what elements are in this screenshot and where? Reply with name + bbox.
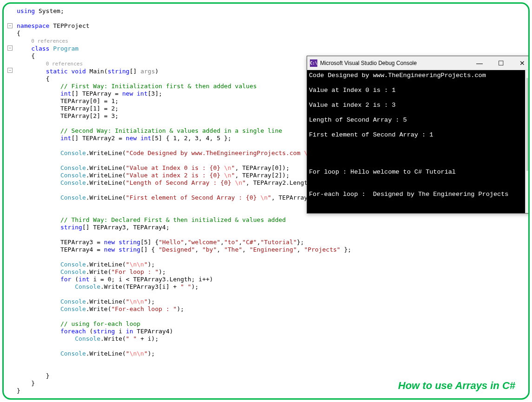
code-line[interactable]: 0 references: [17, 60, 351, 68]
code-line[interactable]: Console.Write("For-each loop : ");: [17, 305, 351, 313]
code-line[interactable]: [17, 357, 351, 365]
code-line[interactable]: TEPArray[0] = 1;: [17, 97, 351, 105]
fold-toggle[interactable]: −: [7, 68, 13, 73]
code-line[interactable]: }: [17, 380, 351, 387]
code-line[interactable]: {: [17, 75, 351, 83]
code-line[interactable]: string[] TEPArray3, TEPArray4;: [17, 224, 351, 231]
code-line[interactable]: TEPArray[1] = 2;: [17, 105, 351, 112]
code-line[interactable]: Console.Write(" " + i);: [17, 335, 351, 343]
footer-caption: How to use Arrays in C#: [398, 380, 515, 392]
code-line[interactable]: [17, 291, 351, 298]
debug-console-window: C:\ Microsoft Visual Studio Debug Consol…: [307, 56, 530, 214]
code-line[interactable]: [17, 201, 351, 209]
close-button[interactable]: ✕: [512, 56, 530, 70]
code-line[interactable]: Console.WriteLine("\n\n");: [17, 261, 351, 268]
code-line[interactable]: Console.Write("For loop : ");: [17, 268, 351, 276]
code-line[interactable]: TEPArray3 = new string[5] {"Hello","welc…: [17, 239, 351, 246]
code-line[interactable]: [17, 365, 351, 372]
code-line[interactable]: // Third Way: Declared First & then init…: [17, 216, 351, 224]
code-line[interactable]: Console.WriteLine("Length of Second Arra…: [17, 179, 351, 187]
console-title: Microsoft Visual Studio Debug Console: [320, 60, 469, 66]
code-content[interactable]: using System; namespace TEPProject{ 0 re…: [17, 7, 351, 395]
code-line[interactable]: for (int i = 0; i < TEPArray3.Length; i+…: [17, 276, 351, 283]
console-output[interactable]: Code Designed by www.TheEngineeringProje…: [307, 70, 525, 213]
code-line[interactable]: Console.WriteLine("\n\n");: [17, 350, 351, 357]
code-line[interactable]: [17, 142, 351, 149]
code-line[interactable]: TEPArray4 = new string[] { "Designed", "…: [17, 246, 351, 253]
console-scrollbar[interactable]: [525, 70, 530, 213]
code-line[interactable]: [17, 253, 351, 261]
code-line[interactable]: // Second Way: Initialization & values a…: [17, 127, 351, 135]
code-line[interactable]: }: [17, 387, 351, 395]
code-line[interactable]: [17, 120, 351, 127]
code-line[interactable]: 0 references: [17, 37, 351, 45]
code-line[interactable]: Console.WriteLine("Value at Index 0 is :…: [17, 164, 351, 172]
main-frame: −−− using System; namespace TEPProject{ …: [2, 2, 530, 400]
code-line[interactable]: [17, 15, 351, 22]
code-line[interactable]: // First Way: Initialization first & the…: [17, 83, 351, 90]
code-line[interactable]: Console.WriteLine("\n\n");: [17, 298, 351, 305]
code-line[interactable]: Console.Write(TEPArray3[i] + " ");: [17, 283, 351, 291]
fold-toggle[interactable]: −: [7, 23, 13, 28]
code-line[interactable]: static void Main(string[] args): [17, 68, 351, 75]
code-line[interactable]: namespace TEPProject: [17, 22, 351, 30]
code-line[interactable]: [17, 231, 351, 239]
console-titlebar[interactable]: C:\ Microsoft Visual Studio Debug Consol…: [307, 56, 530, 70]
code-line[interactable]: class Program: [17, 45, 351, 52]
code-line[interactable]: [17, 343, 351, 350]
scrollbar-thumb[interactable]: [526, 78, 530, 171]
maximize-button[interactable]: ☐: [490, 56, 512, 70]
fold-toggle[interactable]: −: [7, 45, 13, 51]
console-app-icon: C:\: [310, 59, 317, 67]
code-line[interactable]: [17, 157, 351, 164]
code-line[interactable]: // using for-each loop: [17, 320, 351, 328]
code-line[interactable]: [17, 187, 351, 194]
code-line[interactable]: int[] TEPArray = new int[3];: [17, 90, 351, 97]
code-line[interactable]: Console.WriteLine("First element of Seco…: [17, 194, 351, 201]
code-line[interactable]: [17, 209, 351, 216]
code-line[interactable]: {: [17, 52, 351, 60]
code-line[interactable]: TEPArray[2] = 3;: [17, 112, 351, 120]
code-line[interactable]: }: [17, 372, 351, 380]
code-line[interactable]: foreach (string i in TEPArray4): [17, 328, 351, 335]
code-line[interactable]: {: [17, 30, 351, 37]
code-line[interactable]: Console.WriteLine("Value at index 2 is :…: [17, 172, 351, 179]
code-line[interactable]: int[] TEPArray2 = new int[5] { 1, 2, 3, …: [17, 135, 351, 142]
code-line[interactable]: Console.WriteLine("Code Designed by www.…: [17, 149, 351, 157]
minimize-button[interactable]: —: [469, 56, 490, 70]
code-line[interactable]: [17, 313, 351, 320]
code-line[interactable]: using System;: [17, 7, 351, 15]
